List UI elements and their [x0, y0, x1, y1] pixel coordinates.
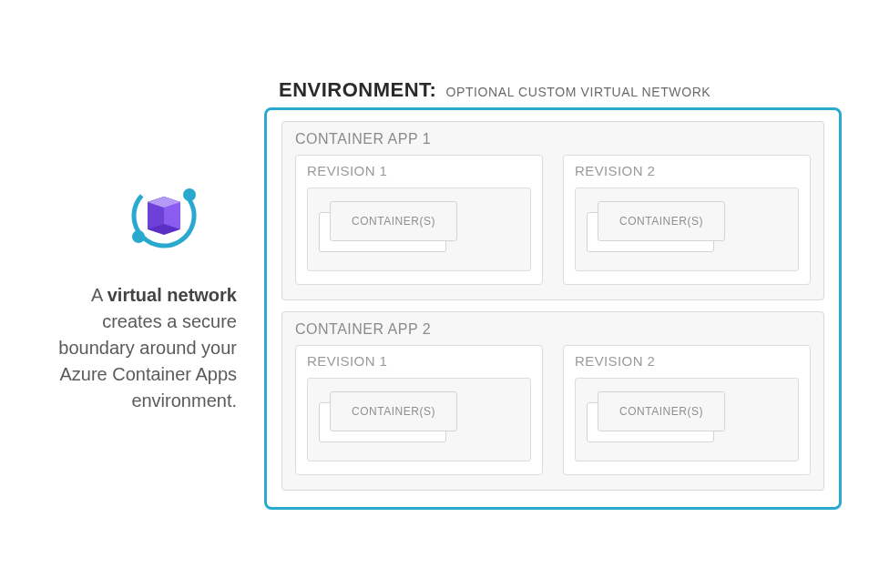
revisions-row: REVISION 1 CONTAINER(S) REVISION 2	[295, 155, 811, 285]
replica-frame: CONTAINER(S)	[575, 378, 799, 461]
container-stack: CONTAINER(S)	[319, 391, 519, 444]
container-label: CONTAINER(S)	[619, 215, 703, 228]
svg-point-2	[132, 230, 145, 243]
app-title: CONTAINER APP 1	[295, 131, 811, 147]
environment-label: ENVIRONMENT:	[279, 78, 436, 102]
container-label: CONTAINER(S)	[352, 405, 435, 418]
description-rest: creates a secure boundary around your Az…	[58, 311, 237, 411]
app-title: CONTAINER APP 2	[295, 321, 811, 338]
vnet-icon	[118, 175, 210, 260]
revision-title: REVISION 1	[307, 163, 531, 178]
container-label: CONTAINER(S)	[352, 215, 435, 228]
container-label: CONTAINER(S)	[619, 405, 703, 418]
description-bold: virtual network	[107, 285, 237, 305]
sidebar: A virtual network creates a secure bound…	[9, 175, 264, 414]
revision-title: REVISION 2	[575, 163, 799, 178]
container-card-front: CONTAINER(S)	[598, 201, 725, 241]
container-app-1: CONTAINER APP 1 REVISION 1 CONTAINER(S)	[281, 121, 824, 300]
environment-header: ENVIRONMENT: OPTIONAL CUSTOM VIRTUAL NET…	[264, 78, 842, 102]
revision-box: REVISION 1 CONTAINER(S)	[295, 155, 543, 285]
container-stack: CONTAINER(S)	[587, 201, 787, 254]
container-stack: CONTAINER(S)	[587, 391, 787, 444]
revisions-row: REVISION 1 CONTAINER(S) REVISION 2	[295, 345, 811, 475]
description-text: A virtual network creates a secure bound…	[27, 282, 237, 414]
container-app-2: CONTAINER APP 2 REVISION 1 CONTAINER(S)	[281, 311, 824, 491]
replica-frame: CONTAINER(S)	[307, 378, 531, 461]
container-card-front: CONTAINER(S)	[598, 391, 725, 431]
revision-title: REVISION 2	[575, 353, 799, 369]
revision-box: REVISION 2 CONTAINER(S)	[563, 345, 811, 475]
replica-frame: CONTAINER(S)	[307, 188, 531, 271]
diagram-main: ENVIRONMENT: OPTIONAL CUSTOM VIRTUAL NET…	[264, 78, 842, 510]
environment-box: CONTAINER APP 1 REVISION 1 CONTAINER(S)	[264, 107, 842, 510]
container-stack: CONTAINER(S)	[319, 201, 519, 254]
description-prefix: A	[91, 285, 107, 305]
revision-box: REVISION 2 CONTAINER(S)	[563, 155, 811, 285]
container-card-front: CONTAINER(S)	[330, 201, 457, 241]
svg-point-1	[183, 188, 196, 201]
container-card-front: CONTAINER(S)	[330, 391, 457, 431]
environment-subtitle: OPTIONAL CUSTOM VIRTUAL NETWORK	[445, 85, 711, 99]
revision-title: REVISION 1	[307, 353, 531, 369]
revision-box: REVISION 1 CONTAINER(S)	[295, 345, 543, 475]
replica-frame: CONTAINER(S)	[575, 188, 799, 271]
